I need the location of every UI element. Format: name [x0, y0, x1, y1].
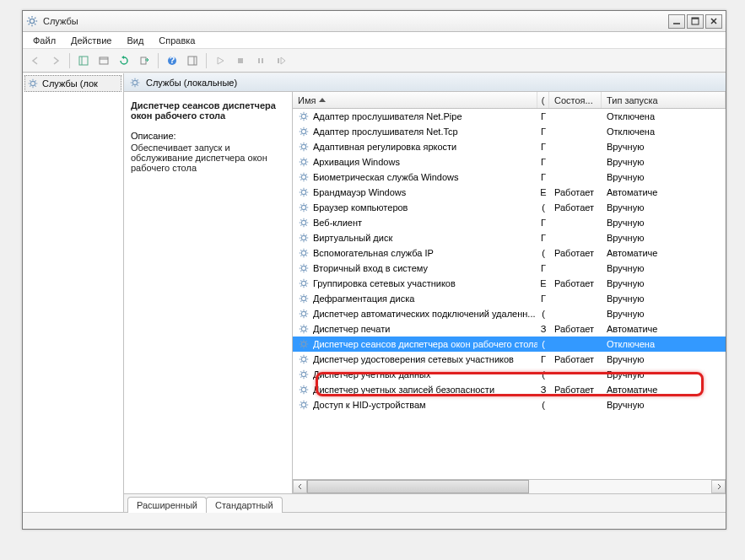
export-button[interactable]: [135, 51, 154, 70]
svg-line-203: [300, 371, 301, 372]
service-state: Работает: [549, 200, 602, 215]
show-action-pane-button[interactable]: [183, 51, 202, 70]
service-state: [549, 367, 602, 382]
svg-line-132: [305, 255, 306, 256]
svg-line-140: [300, 265, 301, 266]
service-row[interactable]: Брандмауэр WindowsЕРаботаетАвтоматиче: [293, 185, 726, 200]
service-row[interactable]: Вспомогательная служба IP(РаботаетАвтома…: [293, 245, 726, 261]
service-name: Брандмауэр Windows: [313, 187, 406, 197]
svg-line-167: [300, 310, 301, 311]
service-row[interactable]: Диспетчер печатиЗРаботаетАвтоматиче: [293, 321, 726, 337]
scroll-left-button[interactable]: [293, 480, 307, 493]
service-desc: Г: [537, 124, 549, 139]
help-button[interactable]: ?: [163, 51, 181, 70]
menu-file[interactable]: Файл: [26, 34, 62, 47]
svg-line-70: [300, 148, 301, 149]
back-button[interactable]: [26, 51, 45, 70]
properties-button[interactable]: [94, 51, 113, 70]
service-row[interactable]: Диспетчер учетных данных(Вручную: [293, 367, 726, 382]
scroll-thumb[interactable]: [307, 480, 529, 493]
service-row[interactable]: Группировка сетевых участниковЕРаботаетВ…: [293, 276, 726, 291]
svg-point-189: [301, 357, 305, 361]
restart-service-button[interactable]: [272, 51, 290, 70]
show-hide-tree-button[interactable]: [74, 51, 93, 70]
col-startup[interactable]: Тип запуска: [602, 92, 726, 108]
service-row[interactable]: Диспетчер сеансов диспетчера окон рабоче…: [293, 337, 726, 352]
service-desc: Г: [537, 154, 549, 170]
gear-icon: [298, 262, 310, 274]
description-text: Обеспечивает запуск и обслуживание диспе…: [131, 143, 285, 173]
scroll-right-button[interactable]: [711, 480, 726, 493]
svg-line-89: [305, 174, 306, 175]
service-row[interactable]: Веб-клиентГВручную: [293, 215, 726, 230]
service-row[interactable]: Диспетчер удостоверения сетевых участник…: [293, 352, 726, 367]
titlebar[interactable]: Службы: [23, 11, 726, 32]
svg-line-115: [300, 224, 301, 225]
tab-extended[interactable]: Расширенный: [127, 497, 207, 513]
menu-help[interactable]: Справка: [152, 34, 202, 47]
svg-line-131: [300, 250, 301, 250]
service-list[interactable]: Адаптер прослушивателя Net.PipeГОтключен…: [293, 109, 726, 479]
main-header: Службы (локальные): [124, 73, 726, 92]
scroll-track[interactable]: [307, 480, 711, 493]
svg-rect-14: [79, 57, 88, 65]
menu-action[interactable]: Действие: [64, 34, 118, 47]
svg-line-221: [300, 401, 301, 402]
svg-point-162: [301, 311, 305, 315]
svg-line-159: [305, 300, 306, 301]
service-row[interactable]: Доступ к HID-устройствам(Вручную: [293, 397, 726, 412]
service-row[interactable]: Архивация WindowsГВручную: [293, 154, 726, 170]
service-desc: (: [537, 337, 549, 352]
svg-rect-26: [278, 58, 279, 63]
refresh-button[interactable]: [115, 51, 133, 70]
service-row[interactable]: Биометрическая служба WindowsГВручную: [293, 170, 726, 185]
service-name: Диспетчер печати: [313, 324, 390, 334]
svg-line-204: [305, 376, 306, 377]
service-startup: Вручную: [602, 154, 726, 170]
pause-service-button[interactable]: [251, 51, 270, 70]
services-window: Службы Файл Действие Вид Справка ?: [22, 10, 726, 530]
service-row[interactable]: Адаптер прослушивателя Net.PipeГОтключен…: [293, 109, 726, 124]
horizontal-scrollbar[interactable]: [293, 479, 726, 493]
details-pane: Диспетчер сеансов диспетчера окон рабоче…: [124, 92, 293, 493]
minimize-button[interactable]: [668, 14, 685, 29]
svg-line-59: [300, 128, 301, 129]
svg-line-125: [305, 234, 306, 235]
service-startup: Вручную: [602, 397, 726, 412]
col-state[interactable]: Состоя...: [549, 92, 602, 108]
gear-icon: [298, 171, 310, 183]
service-startup: Вручную: [602, 367, 726, 382]
service-row[interactable]: Виртуальный дискГВручную: [293, 230, 726, 245]
service-name: Группировка сетевых участников: [313, 278, 456, 288]
separator: [206, 53, 207, 68]
service-row[interactable]: Вторичный вход в системуГВручную: [293, 261, 726, 276]
forward-button[interactable]: [46, 51, 65, 70]
service-desc: Е: [537, 276, 549, 291]
service-state: [549, 154, 602, 170]
service-state: Работает: [549, 321, 602, 337]
col-desc[interactable]: (: [537, 92, 549, 108]
maximize-button[interactable]: [687, 14, 704, 29]
service-row[interactable]: Диспетчер учетных записей безопасностиЗР…: [293, 382, 726, 397]
service-row[interactable]: Адаптивная регулировка яркостиГВручную: [293, 139, 726, 154]
gear-icon: [298, 277, 310, 289]
tab-standard[interactable]: Стандартный: [206, 497, 283, 513]
service-row[interactable]: Браузер компьютеров(РаботаетВручную: [293, 200, 726, 215]
start-service-button[interactable]: [211, 51, 229, 70]
svg-line-104: [300, 204, 301, 205]
service-row[interactable]: Диспетчер автоматических подключений уда…: [293, 306, 726, 321]
gear-icon: [298, 399, 310, 411]
close-button[interactable]: [705, 14, 722, 29]
svg-line-213: [305, 391, 306, 392]
nav-tree[interactable]: Службы (лок: [23, 73, 124, 512]
svg-text:?: ?: [170, 56, 175, 65]
menu-view[interactable]: Вид: [120, 34, 150, 47]
service-row[interactable]: Дефрагментация дискаГВручную: [293, 291, 726, 306]
service-row[interactable]: Адаптер прослушивателя Net.TcpГОтключена: [293, 124, 726, 139]
col-name[interactable]: Имя: [293, 92, 537, 108]
svg-line-187: [300, 346, 301, 347]
stop-service-button[interactable]: [231, 51, 250, 70]
svg-line-97: [300, 194, 301, 195]
service-name: Доступ к HID-устройствам: [313, 400, 426, 410]
nav-services-local[interactable]: Службы (лок: [24, 75, 121, 92]
